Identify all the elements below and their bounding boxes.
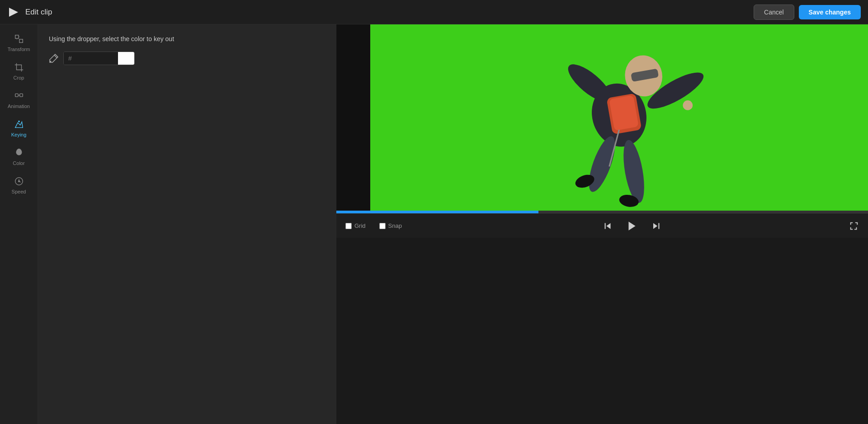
playback-controls: Grid Snap [336, 213, 868, 238]
snap-checkbox[interactable] [379, 223, 386, 229]
color-input-wrapper [63, 52, 135, 65]
header: Edit clip Cancel Save changes [0, 0, 868, 24]
save-button[interactable]: Save changes [799, 5, 861, 19]
svg-rect-6 [19, 94, 22, 96]
dropper-icon[interactable] [49, 53, 59, 63]
svg-point-8 [18, 121, 20, 122]
sidebar-item-animation[interactable]: Animation [2, 86, 36, 113]
sidebar-item-keying[interactable]: Keying [2, 114, 36, 141]
svg-point-25 [683, 100, 693, 110]
page-title: Edit clip [25, 8, 52, 17]
skip-end-button[interactable] [649, 218, 664, 234]
header-right: Cancel Save changes [754, 5, 861, 20]
instruction-text: Using the dropper, select the color to k… [49, 35, 325, 42]
play-button[interactable] [624, 218, 640, 234]
fullscreen-button[interactable] [849, 221, 859, 231]
sidebar-item-label-crop: Crop [14, 75, 24, 80]
person-svg [370, 24, 868, 211]
play-icon [626, 220, 638, 232]
svg-rect-2 [19, 39, 22, 42]
logo-icon [7, 6, 20, 19]
color-picker-row [49, 52, 325, 65]
svg-rect-5 [15, 94, 18, 96]
snap-label: Snap [388, 222, 402, 229]
sidebar-item-label-transform: Transform [8, 47, 30, 52]
video-canvas [336, 24, 868, 211]
skip-start-button[interactable] [600, 218, 615, 234]
skip-start-icon [602, 220, 613, 232]
preview-panel: Grid Snap [336, 24, 868, 424]
sidebar-item-label-speed: Speed [12, 189, 26, 194]
sidebar-item-label-keying: Keying [11, 132, 27, 137]
playback-buttons [415, 218, 849, 234]
header-left: Edit clip [7, 6, 52, 19]
sidebar-item-label-animation: Animation [8, 104, 30, 109]
grid-checkbox[interactable] [345, 223, 352, 229]
color-icon [14, 147, 24, 158]
skip-end-icon [651, 220, 662, 232]
grid-label: Grid [354, 222, 366, 229]
svg-point-12 [50, 61, 52, 62]
sidebar-item-transform[interactable]: Transform [2, 29, 36, 56]
svg-point-19 [620, 138, 648, 204]
animation-icon [14, 90, 24, 101]
sidebar: Transform Crop Animation [0, 24, 38, 424]
svg-marker-0 [9, 8, 18, 17]
svg-marker-26 [629, 221, 636, 231]
bottom-area [336, 238, 868, 424]
color-swatch[interactable] [118, 52, 134, 65]
sidebar-item-speed[interactable]: Speed [2, 171, 36, 198]
snap-checkbox-label[interactable]: Snap [379, 222, 402, 229]
transform-icon [14, 33, 24, 44]
speed-icon [14, 176, 24, 187]
grid-checkbox-label[interactable]: Grid [345, 222, 366, 229]
main-layout: Transform Crop Animation [0, 24, 868, 424]
color-hex-input[interactable] [64, 52, 118, 65]
keying-panel: Using the dropper, select the color to k… [38, 24, 336, 424]
sidebar-item-color[interactable]: Color [2, 143, 36, 170]
greenscreen-frame [370, 24, 868, 211]
svg-point-10 [18, 181, 19, 182]
svg-rect-1 [15, 35, 18, 38]
cancel-button[interactable]: Cancel [754, 5, 794, 20]
canvas-left-strip [336, 24, 370, 211]
sidebar-item-crop[interactable]: Crop [2, 57, 36, 84]
sidebar-item-label-color: Color [13, 160, 24, 166]
fullscreen-icon [849, 221, 859, 231]
keying-icon [14, 119, 24, 130]
crop-icon [14, 62, 24, 73]
